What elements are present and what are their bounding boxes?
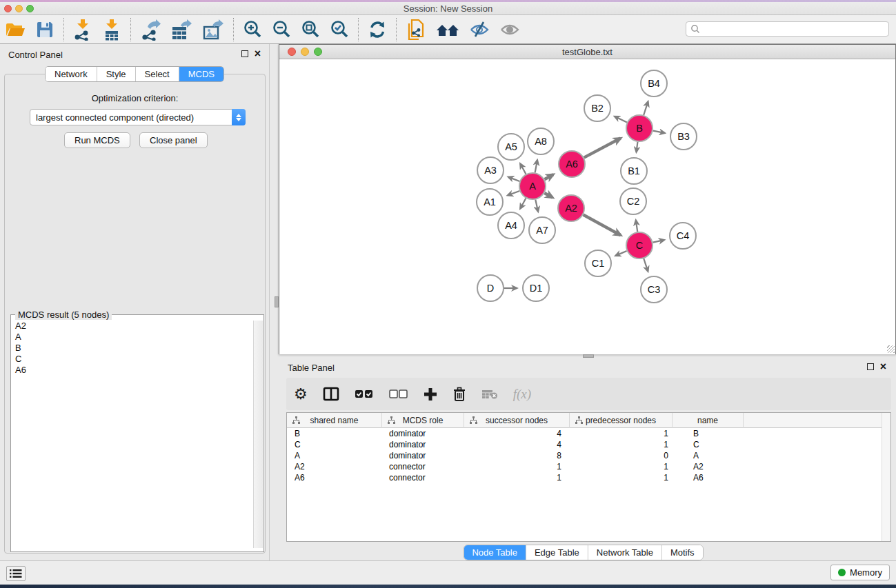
network-window-titlebar[interactable]: testGlobe.txt [279, 45, 895, 59]
graph-node-A7[interactable]: A7 [529, 217, 555, 243]
result-item[interactable]: A [15, 332, 253, 343]
zoom-selected-button[interactable] [325, 17, 354, 42]
zoom-in-button[interactable] [238, 17, 267, 42]
table-row[interactable]: A2connector11A2 [287, 461, 890, 472]
graph-node-B2[interactable]: B2 [584, 95, 610, 121]
result-item[interactable]: A2 [15, 321, 253, 332]
horizontal-splitter-handle[interactable] [275, 296, 279, 307]
result-item[interactable]: A6 [15, 365, 253, 376]
table-row[interactable]: Cdominator41C [287, 439, 890, 450]
graph-node-C[interactable]: C [626, 232, 653, 258]
deselect-all-columns-button[interactable] [381, 381, 416, 408]
import-network-button[interactable] [68, 17, 97, 42]
column-header-name[interactable]: name [673, 413, 744, 428]
graph-node-A4[interactable]: A4 [498, 212, 524, 239]
criterion-dropdown[interactable]: largest connected component (directed) [30, 109, 246, 125]
column-view-button[interactable] [315, 381, 347, 408]
task-history-button[interactable] [6, 566, 26, 581]
table-row[interactable]: Adominator80A [287, 450, 890, 461]
tab-select[interactable]: Select [136, 67, 179, 81]
tab-edge-table[interactable]: Edge Table [526, 545, 588, 560]
float-panel-icon[interactable] [241, 50, 248, 57]
tab-style[interactable]: Style [97, 67, 136, 81]
graph-node-D1[interactable]: D1 [523, 275, 549, 301]
close-table-panel-icon[interactable]: × [880, 363, 886, 370]
delete-column-button[interactable] [445, 381, 474, 408]
export-image-icon [201, 19, 225, 41]
network-close-button[interactable] [288, 48, 296, 56]
minimize-window-button[interactable] [15, 5, 23, 12]
zoom-fit-button[interactable] [296, 17, 325, 42]
run-mcds-button[interactable]: Run MCDS [64, 132, 130, 148]
window-resize-grip[interactable] [887, 345, 895, 353]
tab-network[interactable]: Network [46, 67, 97, 81]
graph-node-A8[interactable]: A8 [528, 128, 554, 154]
delete-table-button[interactable] [474, 381, 506, 408]
table-cell: A6 [673, 472, 744, 483]
export-network-button[interactable] [135, 17, 166, 42]
graph-node-B4[interactable]: B4 [641, 70, 667, 97]
graph-node-C1[interactable]: C1 [585, 250, 611, 276]
column-header-predecessor-nodes[interactable]: predecessor nodes [570, 413, 673, 428]
graph-node-D[interactable]: D [477, 275, 504, 301]
select-all-columns-button[interactable] [347, 381, 381, 408]
home-view-button[interactable] [431, 17, 464, 42]
column-header-label: successor nodes [486, 416, 548, 425]
tab-node-table[interactable]: Node Table [464, 545, 526, 560]
svg-text:A2: A2 [565, 203, 577, 214]
import-table-button[interactable] [97, 17, 126, 42]
tab-mcds[interactable]: MCDS [179, 67, 223, 81]
graph-node-B1[interactable]: B1 [621, 158, 647, 184]
export-image-button[interactable] [197, 17, 229, 42]
graph-node-A6[interactable]: A6 [559, 151, 585, 177]
new-network-from-selection-button[interactable] [401, 17, 431, 42]
graph-node-A1[interactable]: A1 [477, 189, 503, 215]
tab-network-table[interactable]: Network Table [588, 545, 662, 560]
graph-node-B[interactable]: B [626, 115, 653, 141]
column-type-icon [387, 416, 396, 425]
graph-node-A3[interactable]: A3 [477, 157, 504, 183]
memory-button[interactable]: Memory [830, 565, 890, 580]
column-header-shared-name[interactable]: shared name [287, 413, 382, 428]
add-column-button[interactable] [416, 381, 445, 408]
mcds-result-list[interactable]: A2ABCA6 [12, 321, 253, 548]
export-table-button[interactable] [166, 17, 197, 42]
graph-node-A2[interactable]: A2 [558, 195, 584, 221]
export-network-icon [139, 19, 161, 41]
graph-node-A5[interactable]: A5 [498, 134, 524, 160]
table-row[interactable]: A6connector11A6 [287, 472, 890, 483]
result-item[interactable]: C [15, 354, 253, 365]
vertical-splitter-handle[interactable] [583, 354, 594, 358]
graph-node-C2[interactable]: C2 [620, 188, 646, 214]
hide-selection-button[interactable] [464, 17, 495, 42]
network-minimize-button[interactable] [301, 48, 309, 56]
close-panel-button[interactable]: Close panel [139, 132, 208, 148]
result-item[interactable]: B [15, 343, 253, 354]
graph-node-C4[interactable]: C4 [670, 223, 696, 249]
result-scrollbar[interactable] [253, 321, 263, 548]
tab-motifs[interactable]: Motifs [662, 545, 703, 560]
zoom-in-icon [242, 19, 263, 40]
zoom-out-button[interactable] [267, 17, 296, 42]
column-header-MCDS-role[interactable]: MCDS role [382, 413, 464, 428]
table-row[interactable]: Bdominator41B [287, 428, 890, 439]
close-window-button[interactable] [4, 5, 12, 12]
column-header-successor-nodes[interactable]: successor nodes [464, 413, 570, 428]
float-table-panel-icon[interactable] [867, 363, 874, 370]
search-input[interactable] [700, 23, 888, 35]
close-panel-icon[interactable]: × [255, 50, 261, 57]
refresh-network-button[interactable] [363, 17, 392, 42]
graph-node-A[interactable]: A [519, 173, 546, 199]
graph-node-B3[interactable]: B3 [670, 123, 697, 150]
graph-node-C3[interactable]: C3 [641, 276, 667, 303]
network-zoom-button[interactable] [314, 48, 322, 56]
function-builder-button[interactable]: f(x) [506, 381, 539, 408]
show-selection-button[interactable] [495, 17, 525, 42]
search-field[interactable] [686, 21, 889, 37]
save-session-button[interactable] [30, 17, 59, 42]
zoom-window-button[interactable] [26, 5, 34, 12]
network-graph[interactable]: B4B2BB3A5A8A6A3AB1A1A2C2A4A7C4CC1DD1C3 [279, 60, 895, 354]
open-session-button[interactable] [0, 17, 30, 42]
table-scrollbar[interactable] [882, 413, 890, 541]
table-settings-button[interactable]: ⚙ [286, 381, 315, 408]
